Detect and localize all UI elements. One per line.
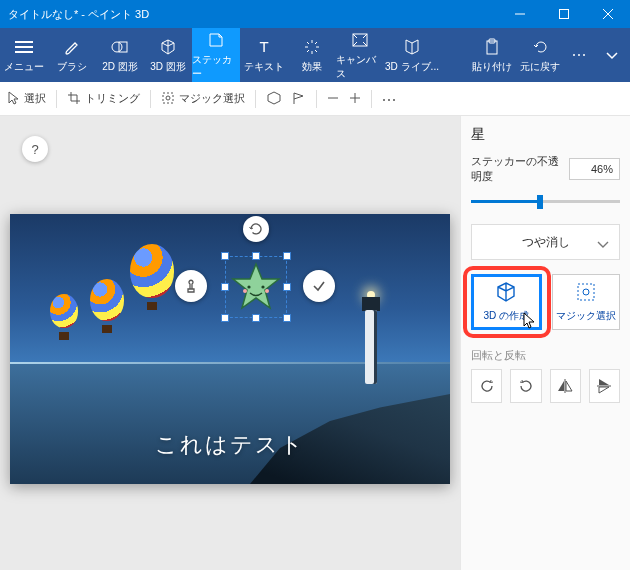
ribbon-2d-shape[interactable]: 2D 図形 <box>96 28 144 82</box>
magic-select-icon <box>161 91 175 107</box>
text-icon: T <box>253 37 275 57</box>
menu-icon <box>13 37 35 57</box>
slider-thumb[interactable] <box>537 195 543 209</box>
magic-select-button[interactable]: マジック選択 <box>552 274 621 330</box>
svg-line-21 <box>353 42 357 46</box>
svg-point-26 <box>578 54 580 56</box>
flag-icon <box>292 91 306 107</box>
plus-icon <box>349 92 361 106</box>
opacity-slider[interactable] <box>471 192 620 210</box>
brush-icon <box>61 37 83 57</box>
shape-3d-icon <box>157 37 179 57</box>
tool-select[interactable]: 選択 <box>8 91 46 107</box>
arrow-cursor-icon <box>8 91 20 107</box>
tool-more[interactable] <box>382 93 396 105</box>
canvas-viewport[interactable]: ? これはテスト <box>0 116 460 570</box>
tool-zoom-out[interactable] <box>327 92 339 106</box>
svg-line-14 <box>307 42 309 44</box>
svg-point-7 <box>112 42 122 52</box>
svg-point-37 <box>247 285 250 288</box>
svg-point-39 <box>243 289 247 293</box>
ribbon-brush[interactable]: ブラシ <box>48 28 96 82</box>
star-sticker[interactable] <box>230 261 282 313</box>
tool-magic-select[interactable]: マジック選択 <box>161 91 245 107</box>
resize-handle[interactable] <box>221 314 229 322</box>
ribbon-label: テキスト <box>244 60 284 74</box>
flip-v-icon <box>595 377 613 395</box>
commit-button[interactable] <box>303 270 335 302</box>
ribbon-3d-shape[interactable]: 3D 図形 <box>144 28 192 82</box>
ribbon-sticker[interactable]: ステッカー <box>192 28 240 82</box>
ribbon-label: ブラシ <box>57 60 87 74</box>
opacity-value: 46% <box>591 163 613 175</box>
svg-point-42 <box>583 289 589 295</box>
ribbon-paste[interactable]: 貼り付け <box>468 37 516 74</box>
ribbon-3d-library[interactable]: 3D ライブ... <box>384 28 440 82</box>
flip-vertical-button[interactable] <box>589 369 620 403</box>
tool-3d-view[interactable] <box>266 91 282 107</box>
tool-zoom-in[interactable] <box>349 92 361 106</box>
lighthouse <box>365 291 380 384</box>
sub-toolbar: 選択 トリミング マジック選択 <box>0 82 630 116</box>
balloon <box>130 244 174 310</box>
ribbon-label: 3D 図形 <box>150 60 186 74</box>
stamp-button[interactable] <box>175 270 207 302</box>
crop-icon <box>67 91 81 107</box>
resize-handle[interactable] <box>283 314 291 322</box>
ribbon-label: キャンバス <box>336 53 384 81</box>
material-dropdown[interactable]: つや消し <box>471 224 620 260</box>
opacity-value-box[interactable]: 46% <box>569 158 620 180</box>
close-button[interactable] <box>586 0 630 28</box>
svg-line-19 <box>353 34 357 38</box>
help-label: ? <box>31 142 38 157</box>
ribbon-canvas[interactable]: キャンバス <box>336 28 384 82</box>
ribbon-more[interactable] <box>564 45 594 65</box>
dropdown-label: つや消し <box>522 234 570 251</box>
ribbon-undo[interactable]: 元に戻す <box>516 37 564 74</box>
help-button[interactable]: ? <box>22 136 48 162</box>
undo-icon <box>529 37 551 57</box>
svg-point-33 <box>383 99 385 101</box>
side-panel: 星 ステッカーの不透明度 46% つや消し 3D の作成 マジック選択 回転と反… <box>460 116 630 570</box>
ribbon-menu[interactable]: メニュー <box>0 28 48 82</box>
resize-handle[interactable] <box>221 283 229 291</box>
svg-text:T: T <box>259 38 268 55</box>
balloon <box>90 279 124 333</box>
cube-3d-icon <box>495 281 517 305</box>
more-icon <box>568 45 590 65</box>
tool-play[interactable] <box>292 91 306 107</box>
flip-horizontal-button[interactable] <box>550 369 581 403</box>
rotate-cw-button[interactable] <box>510 369 541 403</box>
chevron-down-icon <box>601 45 623 65</box>
svg-line-16 <box>315 42 317 44</box>
maximize-button[interactable] <box>542 0 586 28</box>
opacity-label: ステッカーの不透明度 <box>471 154 569 184</box>
make-3d-button[interactable]: 3D の作成 <box>471 274 542 330</box>
rotate-handle[interactable] <box>243 216 269 242</box>
svg-point-27 <box>583 54 585 56</box>
svg-marker-45 <box>566 381 572 391</box>
svg-marker-36 <box>233 264 279 308</box>
separator <box>316 90 317 108</box>
resize-handle[interactable] <box>283 283 291 291</box>
resize-handle[interactable] <box>252 314 260 322</box>
flip-h-icon <box>556 377 574 395</box>
minimize-button[interactable] <box>498 0 542 28</box>
resize-handle[interactable] <box>252 252 260 260</box>
resize-handle[interactable] <box>283 252 291 260</box>
ribbon-effects[interactable]: 効果 <box>288 28 336 82</box>
sticker-selection[interactable] <box>213 244 299 330</box>
svg-line-22 <box>363 42 367 46</box>
separator <box>371 90 372 108</box>
minus-icon <box>327 92 339 106</box>
window-title: タイトルなし* - ペイント 3D <box>0 7 498 22</box>
svg-rect-41 <box>578 284 594 300</box>
resize-handle[interactable] <box>221 252 229 260</box>
tool-crop[interactable]: トリミング <box>67 91 140 107</box>
svg-point-38 <box>261 285 264 288</box>
svg-rect-1 <box>560 10 569 19</box>
ribbon-collapse[interactable] <box>594 45 630 65</box>
paste-icon <box>481 37 503 57</box>
rotate-ccw-button[interactable] <box>471 369 502 403</box>
ribbon-text[interactable]: T テキスト <box>240 28 288 82</box>
